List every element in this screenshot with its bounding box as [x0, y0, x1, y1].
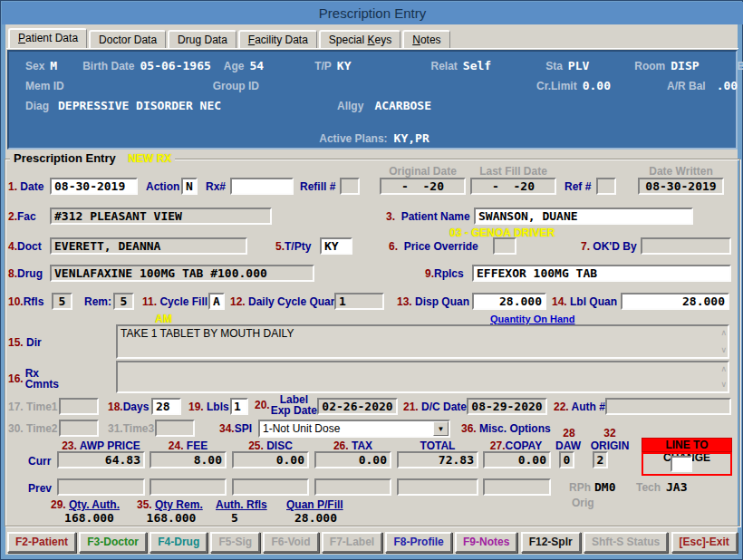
doct-field[interactable]	[50, 237, 247, 255]
window-title: Prescription Entry	[319, 5, 426, 21]
dc-date-label: D/C Date	[421, 401, 467, 413]
last-fill-date-label: Last Fill Date	[470, 165, 556, 178]
patient-name-field[interactable]	[474, 208, 693, 225]
days-field[interactable]	[151, 398, 181, 415]
scroll-down-icon[interactable]: ∨	[720, 346, 727, 354]
rfls-field[interactable]	[52, 293, 72, 310]
action-field[interactable]	[181, 178, 198, 195]
dir-field[interactable]: TAKE 1 TABLET BY MOUTH DAILY ∧ ∨	[116, 324, 729, 359]
curr-disc-field[interactable]	[232, 451, 309, 468]
curr-copay-field[interactable]	[483, 451, 551, 468]
groupbox-title: Prescription Entry NEW RX	[10, 151, 175, 165]
time2-label: Time2	[26, 422, 57, 435]
rplcs-field[interactable]	[472, 265, 731, 282]
function-key-bar: F2-Patient F3-Doctor F4-Drug F5-Sig F6-V…	[6, 530, 738, 554]
rx-cmnts-field[interactable]: ∧ ∨	[116, 361, 729, 393]
dc-date-field[interactable]	[467, 398, 547, 415]
tab-special-keys[interactable]: Special Keys	[319, 30, 400, 48]
line-to-change-input[interactable]	[671, 456, 692, 472]
time1-label: Time1	[26, 401, 57, 413]
f3-doctor-button[interactable]: F3-Doctor	[79, 532, 147, 553]
origin-number: 32	[592, 427, 628, 439]
quantity-on-hand-link[interactable]: Quantity On Hand	[490, 314, 575, 324]
tab-doctor-data[interactable]: Doctor Data	[89, 30, 166, 48]
curr-awp-price-field[interactable]	[57, 451, 145, 468]
tab-drug-data[interactable]: Drug Data	[168, 30, 236, 48]
bed-label: Bed	[738, 60, 743, 72]
tpty-field[interactable]	[320, 237, 352, 255]
esc-exit-button[interactable]: [Esc]-Exit	[671, 532, 738, 553]
tax-header: TAX	[352, 439, 372, 452]
okd-by-label: OK'D By	[593, 240, 636, 253]
tab-facility-data[interactable]: Facility Data	[238, 30, 317, 48]
prev-label: Prev	[28, 482, 52, 495]
tab-strip: Patient Data Doctor Data Drug Data Facil…	[8, 28, 452, 48]
rem-field[interactable]	[113, 293, 134, 310]
daw-header: DAW	[552, 439, 584, 452]
tab-notes[interactable]: Notes	[402, 30, 449, 48]
f12-splr-button[interactable]: F12-Splr	[521, 532, 581, 553]
scroll-down-icon[interactable]: ∨	[720, 381, 727, 389]
daily-cycle-quan-field[interactable]	[334, 293, 384, 310]
doct-label: Doct	[17, 240, 42, 253]
auth-number-field[interactable]	[605, 398, 731, 415]
diag-label: Diag	[25, 100, 49, 112]
original-date-label: Original Date	[380, 165, 466, 178]
origin-field[interactable]	[593, 451, 608, 468]
daw-field[interactable]	[559, 451, 574, 468]
scroll-up-icon[interactable]: ∧	[720, 365, 727, 373]
last-fill-date-field	[470, 178, 556, 195]
active-plans-label: Active Plans:	[319, 132, 387, 145]
shft-s-status-button: Shft-S Status	[584, 532, 668, 553]
curr-total-field[interactable]	[397, 451, 478, 468]
curr-label: Curr	[28, 455, 51, 468]
title-bar: Prescription Entry	[2, 2, 743, 24]
f8-profile-button[interactable]: F8-Profile	[385, 532, 451, 553]
prev-tax-field	[314, 478, 391, 496]
groupid-label: Group ID	[213, 80, 259, 92]
spi-select[interactable]: 1-Not Unit Dose ▼	[258, 420, 450, 438]
scroll-up-icon[interactable]: ∧	[720, 329, 727, 337]
tp-value: KY	[337, 59, 352, 72]
curr-tax-field[interactable]	[314, 451, 391, 468]
disp-quan-label: Disp Quan	[415, 295, 469, 308]
refill-number-label: Refill #	[300, 180, 335, 193]
room-value: DISP	[671, 59, 699, 72]
action-label: Action	[146, 180, 179, 193]
lbls-field[interactable]	[230, 398, 248, 415]
f4-drug-button[interactable]: F4-Drug	[150, 532, 207, 553]
drug-field[interactable]	[50, 265, 314, 282]
fee-header: FEE	[187, 439, 207, 452]
birthdate-label: Birth Date	[82, 60, 134, 72]
lbl-quan-field[interactable]	[621, 293, 729, 310]
date-field[interactable]	[50, 178, 138, 195]
curr-fee-field[interactable]	[150, 451, 227, 468]
okd-by-field[interactable]	[641, 237, 731, 255]
tab-patient-data[interactable]: Patient Data	[8, 28, 87, 48]
refill-number-field	[340, 178, 360, 195]
f2-patient-button[interactable]: F2-Patient	[7, 532, 76, 553]
diag-value: DEPRESSIVE DISORDER NEC	[58, 99, 221, 112]
label-exp-date-field[interactable]	[317, 398, 398, 415]
lbl-quan-label: Lbl Quan	[570, 295, 617, 308]
quan-pfill-header: Quan P/Fill	[286, 498, 343, 511]
lbls-label: Lbls	[207, 401, 229, 413]
rfls-label: Rfls	[24, 295, 44, 308]
label-exp-date-label-line2: Exp Date	[271, 404, 317, 417]
orig-label: Orig	[572, 497, 594, 509]
disc-header: DISC	[266, 439, 293, 452]
price-override-field[interactable]	[493, 237, 516, 255]
cycle-fill-label: Cycle Fill	[159, 295, 207, 308]
f9-notes-button[interactable]: F9-Notes	[455, 532, 517, 553]
disp-quan-field[interactable]	[472, 293, 546, 310]
sta-value: PLV	[568, 59, 589, 72]
cycle-fill-field[interactable]	[208, 293, 225, 310]
qty-rem-header: Qty Rem.	[155, 498, 203, 511]
daw-number: 28	[555, 427, 583, 439]
rx-number-field[interactable]	[230, 178, 294, 195]
rem-label: Rem:	[84, 295, 111, 308]
tpty-label: T/Pty	[285, 240, 311, 253]
fac-field[interactable]	[50, 208, 272, 225]
spi-label: SPI	[235, 422, 252, 435]
chevron-down-icon[interactable]: ▼	[433, 421, 449, 436]
